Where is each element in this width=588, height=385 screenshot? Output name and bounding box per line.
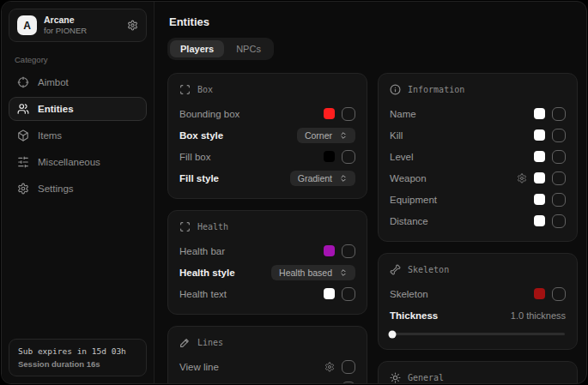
- setting-label: Line to enemy: [179, 383, 241, 384]
- subscription-card: Sub expires in 15d 03h Session duration …: [9, 339, 147, 376]
- bounding-box-checkbox[interactable]: [342, 107, 355, 121]
- setting-row-health-style: Health style Health based: [179, 262, 355, 282]
- health-text-checkbox[interactable]: [342, 287, 355, 301]
- app-window: A Arcane for PIONER Category Aimbot Enti…: [1, 1, 587, 384]
- sidebar-item-entities[interactable]: Entities: [9, 97, 147, 121]
- setting-label: Distance: [390, 216, 428, 226]
- gear-icon[interactable]: [324, 362, 335, 372]
- panel-title: Information: [408, 85, 464, 94]
- color-swatch[interactable]: [324, 245, 335, 256]
- tab-npcs[interactable]: NPCs: [226, 40, 271, 57]
- pencil-icon: [179, 337, 191, 348]
- fill-box-checkbox[interactable]: [342, 150, 355, 164]
- setting-row-line-to-enemy: Line to enemy: [179, 378, 355, 383]
- setting-row-level: Level: [390, 147, 566, 166]
- sidebar: A Arcane for PIONER Category Aimbot Enti…: [2, 2, 155, 383]
- sub-expires-text: Sub expires in 15d 03h: [18, 346, 137, 356]
- setting-row-health-text: Health text: [179, 284, 355, 304]
- distance-checkbox[interactable]: [552, 214, 566, 228]
- scan-corners-icon: [179, 84, 191, 95]
- setting-row-view-line: View line: [179, 357, 355, 376]
- color-swatch[interactable]: [324, 151, 335, 162]
- color-swatch[interactable]: [324, 288, 335, 299]
- gear-icon[interactable]: [127, 20, 138, 31]
- scan-corners-icon: [179, 221, 191, 232]
- setting-row-skeleton: Skeleton: [390, 284, 566, 304]
- box-style-dropdown[interactable]: Corner: [297, 128, 355, 143]
- color-swatch[interactable]: [534, 151, 545, 162]
- sidebar-item-label: Entities: [38, 104, 74, 114]
- panel-title: General: [408, 373, 444, 382]
- equipment-checkbox[interactable]: [552, 193, 566, 207]
- color-swatch[interactable]: [534, 194, 545, 205]
- name-checkbox[interactable]: [552, 107, 566, 121]
- panels-grid: Box Bounding box Box style Corner: [167, 73, 578, 383]
- brand-title: Arcane: [44, 15, 87, 26]
- crosshair-icon: [17, 76, 29, 88]
- box-panel-header: Box: [179, 84, 355, 95]
- line-to-enemy-checkbox[interactable]: [342, 382, 355, 384]
- color-swatch[interactable]: [534, 129, 545, 141]
- color-swatch[interactable]: [534, 288, 545, 299]
- health-bar-checkbox[interactable]: [342, 244, 355, 258]
- brand-text: Arcane for PIONER: [44, 15, 87, 36]
- view-line-checkbox[interactable]: [342, 360, 355, 374]
- weapon-checkbox[interactable]: [552, 171, 566, 185]
- sidebar-item-miscellaneous[interactable]: Miscellaneous: [9, 150, 147, 174]
- level-checkbox[interactable]: [552, 150, 566, 164]
- sidebar-item-settings[interactable]: Settings: [9, 177, 147, 201]
- kill-checkbox[interactable]: [552, 129, 566, 142]
- brand-logo: A: [17, 15, 37, 35]
- dropdown-value: Corner: [305, 130, 332, 141]
- session-duration-text: Session duration 16s: [18, 359, 137, 369]
- setting-label: Thickness: [390, 310, 438, 321]
- tab-players[interactable]: Players: [170, 40, 224, 57]
- lines-panel-header: Lines: [179, 337, 355, 348]
- gear-icon[interactable]: [517, 173, 527, 183]
- thickness-value: 1.0 thickness: [511, 310, 566, 321]
- sidebar-item-items[interactable]: Items: [9, 123, 147, 147]
- setting-label: View line: [179, 362, 219, 372]
- brand-subtitle: for PIONER: [44, 26, 87, 36]
- gear-icon[interactable]: [324, 383, 335, 384]
- color-swatch[interactable]: [534, 108, 545, 119]
- entity-tabs: Players NPCs: [167, 38, 274, 60]
- panel-title: Box: [197, 85, 213, 94]
- right-column: Information Name Kill: [378, 73, 578, 383]
- setting-label: Kill: [390, 130, 403, 141]
- color-swatch[interactable]: [324, 108, 335, 119]
- health-panel-header: Health: [179, 221, 355, 232]
- bone-icon: [390, 264, 401, 275]
- cube-icon: [17, 129, 29, 141]
- setting-row-name: Name: [390, 104, 566, 123]
- category-label: Category: [15, 55, 141, 64]
- health-style-dropdown[interactable]: Health based: [271, 265, 355, 280]
- general-panel: General Visibility check Max distance 50…: [378, 361, 578, 383]
- sidebar-item-aimbot[interactable]: Aimbot: [9, 70, 147, 94]
- setting-label: Equipment: [390, 195, 437, 205]
- setting-row-box-style: Box style Corner: [179, 125, 355, 145]
- fill-style-dropdown[interactable]: Gradient: [290, 171, 355, 186]
- color-swatch[interactable]: [534, 172, 545, 183]
- dropdown-expand-icon: [339, 174, 348, 183]
- color-swatch[interactable]: [534, 215, 545, 226]
- dropdown-expand-icon: [339, 268, 348, 277]
- lines-panel: Lines View line Line to enemy: [167, 326, 367, 383]
- sidebar-item-label: Miscellaneous: [38, 157, 100, 167]
- sun-icon: [390, 372, 401, 383]
- panel-title: Skeleton: [408, 265, 449, 274]
- setting-label: Health bar: [179, 246, 225, 256]
- setting-label: Weapon: [390, 173, 427, 183]
- skeleton-panel: Skeleton Skeleton Thickness 1.0 thicknes…: [378, 253, 578, 350]
- setting-row-distance: Distance: [390, 211, 566, 231]
- thickness-slider[interactable]: [391, 333, 565, 335]
- setting-label: Fill style: [179, 173, 219, 183]
- setting-row-equipment: Equipment: [390, 189, 566, 209]
- brand-card: A Arcane for PIONER: [9, 9, 147, 42]
- box-panel: Box Bounding box Box style Corner: [167, 73, 367, 199]
- setting-label: Name: [390, 109, 416, 119]
- setting-row-weapon: Weapon: [390, 168, 566, 188]
- skeleton-checkbox[interactable]: [552, 287, 566, 301]
- thickness-slider-thumb[interactable]: [389, 330, 397, 338]
- health-panel: Health Health bar Health style Health ba…: [167, 210, 367, 315]
